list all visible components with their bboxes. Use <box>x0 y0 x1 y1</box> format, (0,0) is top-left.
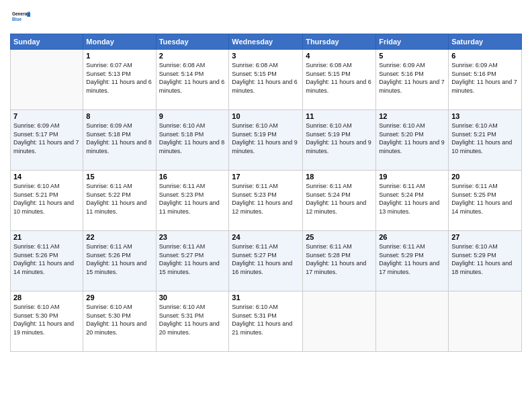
day-number: 27 <box>451 233 519 241</box>
day-info: Sunrise: 6:09 AMSunset: 5:17 PMDaylight:… <box>13 122 80 155</box>
calendar-cell <box>449 291 522 352</box>
weekday-header-saturday: Saturday <box>449 34 522 50</box>
day-info: Sunrise: 6:11 AMSunset: 5:27 PMDaylight:… <box>232 242 300 276</box>
calendar-cell: 23Sunrise: 6:11 AMSunset: 5:27 PMDayligh… <box>156 231 229 291</box>
calendar-cell: 17Sunrise: 6:11 AMSunset: 5:23 PMDayligh… <box>229 171 303 231</box>
logo-icon: General Blue <box>11 7 30 26</box>
day-info: Sunrise: 6:10 AMSunset: 5:21 PMDaylight:… <box>13 182 80 216</box>
weekday-header-row: SundayMondayTuesdayWednesdayThursdayFrid… <box>11 34 522 50</box>
calendar-cell: 27Sunrise: 6:10 AMSunset: 5:29 PMDayligh… <box>449 231 522 291</box>
day-number: 14 <box>13 173 80 181</box>
day-info: Sunrise: 6:11 AMSunset: 5:22 PMDaylight:… <box>86 182 152 216</box>
day-number: 22 <box>86 233 152 241</box>
day-number: 4 <box>306 52 373 60</box>
day-number: 15 <box>86 173 152 181</box>
day-info: Sunrise: 6:08 AMSunset: 5:15 PMDaylight:… <box>232 61 300 95</box>
calendar-cell: 14Sunrise: 6:10 AMSunset: 5:21 PMDayligh… <box>11 171 83 231</box>
calendar-cell: 15Sunrise: 6:11 AMSunset: 5:22 PMDayligh… <box>83 171 156 231</box>
day-number: 20 <box>451 173 519 181</box>
logo-text: General Blue <box>10 7 30 28</box>
day-info: Sunrise: 6:10 AMSunset: 5:18 PMDaylight:… <box>159 122 226 155</box>
week-row-5: 28Sunrise: 6:10 AMSunset: 5:30 PMDayligh… <box>11 291 522 352</box>
calendar-cell: 16Sunrise: 6:11 AMSunset: 5:23 PMDayligh… <box>156 171 229 231</box>
day-info: Sunrise: 6:09 AMSunset: 5:18 PMDaylight:… <box>86 122 152 155</box>
day-info: Sunrise: 6:11 AMSunset: 5:25 PMDaylight:… <box>451 182 519 216</box>
calendar-table: SundayMondayTuesdayWednesdayThursdayFrid… <box>10 34 522 352</box>
day-info: Sunrise: 6:11 AMSunset: 5:26 PMDaylight:… <box>13 242 80 276</box>
day-number: 23 <box>159 233 226 241</box>
calendar-cell: 1Sunrise: 6:07 AMSunset: 5:13 PMDaylight… <box>83 50 156 110</box>
calendar-cell <box>11 50 83 110</box>
day-number: 30 <box>159 293 226 302</box>
day-info: Sunrise: 6:10 AMSunset: 5:30 PMDaylight:… <box>86 303 152 336</box>
day-number: 24 <box>232 233 300 241</box>
calendar-cell: 13Sunrise: 6:10 AMSunset: 5:21 PMDayligh… <box>449 110 522 171</box>
day-number: 13 <box>451 112 519 120</box>
day-number: 21 <box>13 233 80 241</box>
day-info: Sunrise: 6:09 AMSunset: 5:16 PMDaylight:… <box>451 61 519 95</box>
calendar-cell: 3Sunrise: 6:08 AMSunset: 5:15 PMDaylight… <box>229 50 303 110</box>
weekday-header-tuesday: Tuesday <box>156 34 229 50</box>
day-number: 17 <box>232 173 300 181</box>
day-number: 2 <box>159 52 226 60</box>
day-number: 6 <box>451 52 519 60</box>
svg-text:General: General <box>12 11 28 16</box>
day-number: 9 <box>159 112 226 120</box>
calendar-cell <box>376 291 449 352</box>
calendar-cell: 31Sunrise: 6:10 AMSunset: 5:31 PMDayligh… <box>229 291 303 352</box>
day-number: 5 <box>379 52 445 60</box>
day-info: Sunrise: 6:10 AMSunset: 5:29 PMDaylight:… <box>451 242 519 276</box>
weekday-header-thursday: Thursday <box>303 34 376 50</box>
svg-text:Blue: Blue <box>12 17 21 21</box>
day-number: 18 <box>306 173 373 181</box>
day-info: Sunrise: 6:09 AMSunset: 5:16 PMDaylight:… <box>379 61 445 95</box>
calendar-cell: 22Sunrise: 6:11 AMSunset: 5:26 PMDayligh… <box>83 231 156 291</box>
calendar-cell: 24Sunrise: 6:11 AMSunset: 5:27 PMDayligh… <box>229 231 303 291</box>
day-info: Sunrise: 6:11 AMSunset: 5:26 PMDaylight:… <box>86 242 152 276</box>
day-info: Sunrise: 6:10 AMSunset: 5:31 PMDaylight:… <box>232 303 300 336</box>
day-info: Sunrise: 6:10 AMSunset: 5:21 PMDaylight:… <box>451 122 519 155</box>
day-info: Sunrise: 6:11 AMSunset: 5:24 PMDaylight:… <box>379 182 445 216</box>
calendar-cell: 29Sunrise: 6:10 AMSunset: 5:30 PMDayligh… <box>83 291 156 352</box>
day-info: Sunrise: 6:08 AMSunset: 5:14 PMDaylight:… <box>159 61 226 95</box>
day-info: Sunrise: 6:11 AMSunset: 5:23 PMDaylight:… <box>232 182 300 216</box>
day-number: 19 <box>379 173 445 181</box>
day-info: Sunrise: 6:11 AMSunset: 5:28 PMDaylight:… <box>306 242 373 276</box>
day-number: 31 <box>232 293 300 302</box>
day-number: 8 <box>86 112 152 120</box>
day-info: Sunrise: 6:10 AMSunset: 5:20 PMDaylight:… <box>379 122 445 155</box>
day-info: Sunrise: 6:07 AMSunset: 5:13 PMDaylight:… <box>86 61 152 95</box>
calendar-cell: 18Sunrise: 6:11 AMSunset: 5:24 PMDayligh… <box>303 171 376 231</box>
day-number: 25 <box>306 233 373 241</box>
day-info: Sunrise: 6:11 AMSunset: 5:23 PMDaylight:… <box>159 182 226 216</box>
day-info: Sunrise: 6:11 AMSunset: 5:24 PMDaylight:… <box>306 182 373 216</box>
day-number: 29 <box>86 293 152 302</box>
calendar-cell: 10Sunrise: 6:10 AMSunset: 5:19 PMDayligh… <box>229 110 303 171</box>
weekday-header-monday: Monday <box>83 34 156 50</box>
week-row-4: 21Sunrise: 6:11 AMSunset: 5:26 PMDayligh… <box>11 231 522 291</box>
day-number: 3 <box>232 52 300 60</box>
day-info: Sunrise: 6:10 AMSunset: 5:19 PMDaylight:… <box>232 122 300 155</box>
calendar-cell: 8Sunrise: 6:09 AMSunset: 5:18 PMDaylight… <box>83 110 156 171</box>
week-row-3: 14Sunrise: 6:10 AMSunset: 5:21 PMDayligh… <box>11 171 522 231</box>
calendar-cell: 20Sunrise: 6:11 AMSunset: 5:25 PMDayligh… <box>449 171 522 231</box>
day-info: Sunrise: 6:11 AMSunset: 5:27 PMDaylight:… <box>159 242 226 276</box>
day-number: 28 <box>13 293 80 302</box>
calendar-cell: 7Sunrise: 6:09 AMSunset: 5:17 PMDaylight… <box>11 110 83 171</box>
svg-marker-2 <box>27 12 30 17</box>
calendar-cell: 4Sunrise: 6:08 AMSunset: 5:15 PMDaylight… <box>303 50 376 110</box>
calendar-cell: 2Sunrise: 6:08 AMSunset: 5:14 PMDaylight… <box>156 50 229 110</box>
calendar-cell: 5Sunrise: 6:09 AMSunset: 5:16 PMDaylight… <box>376 50 449 110</box>
day-number: 12 <box>379 112 445 120</box>
day-number: 16 <box>159 173 226 181</box>
day-number: 11 <box>306 112 373 120</box>
calendar-cell: 11Sunrise: 6:10 AMSunset: 5:19 PMDayligh… <box>303 110 376 171</box>
day-info: Sunrise: 6:10 AMSunset: 5:30 PMDaylight:… <box>13 303 80 336</box>
logo: General Blue <box>10 7 30 28</box>
day-info: Sunrise: 6:11 AMSunset: 5:29 PMDaylight:… <box>379 242 445 276</box>
calendar-cell: 9Sunrise: 6:10 AMSunset: 5:18 PMDaylight… <box>156 110 229 171</box>
day-info: Sunrise: 6:08 AMSunset: 5:15 PMDaylight:… <box>306 61 373 95</box>
day-info: Sunrise: 6:10 AMSunset: 5:31 PMDaylight:… <box>159 303 226 336</box>
calendar-cell: 26Sunrise: 6:11 AMSunset: 5:29 PMDayligh… <box>376 231 449 291</box>
calendar-cell <box>303 291 376 352</box>
